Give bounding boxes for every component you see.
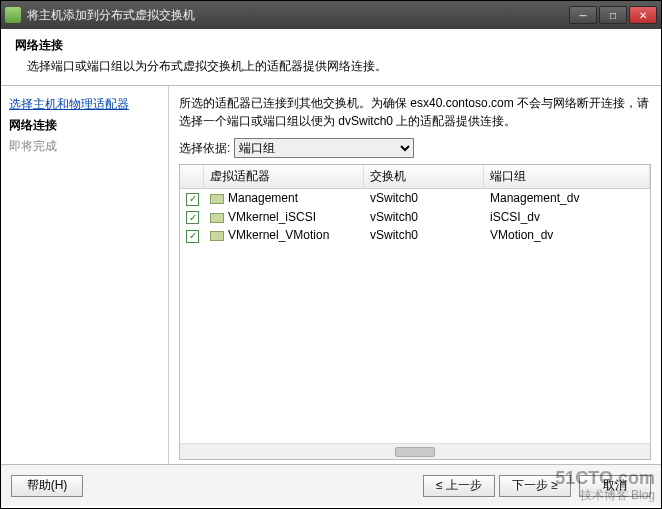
horizontal-scrollbar[interactable] <box>180 443 650 459</box>
table-row[interactable]: VMkernel_iSCSI vSwitch0 iSCSI_dv <box>180 208 650 227</box>
help-button[interactable]: 帮助(H) <box>11 475 83 497</box>
minimize-button[interactable]: ─ <box>569 6 597 24</box>
adapter-grid: 虚拟适配器 交换机 端口组 Management vSwitch0 Manage… <box>179 164 651 460</box>
next-button[interactable]: 下一步 ≥ <box>499 475 571 497</box>
row-checkbox[interactable] <box>186 230 199 243</box>
table-row[interactable]: VMkernel_VMotion vSwitch0 VMotion_dv <box>180 226 650 245</box>
grid-body: Management vSwitch0 Management_dv VMkern… <box>180 189 650 245</box>
nic-icon <box>210 213 224 223</box>
content-area: 所选的适配器已连接到其他交换机。为确保 esx40.contoso.com 不会… <box>169 86 661 464</box>
table-row[interactable]: Management vSwitch0 Management_dv <box>180 189 650 208</box>
window-buttons: ─ □ ✕ <box>569 6 657 24</box>
select-by-label: 选择依据: <box>179 141 230 155</box>
cancel-button[interactable]: 取消 <box>579 475 651 497</box>
step-select-host[interactable]: 选择主机和物理适配器 <box>9 96 160 113</box>
cell-portgroup: iSCSI_dv <box>484 209 650 225</box>
cell-adapter: VMkernel_iSCSI <box>228 210 316 224</box>
titlebar: 将主机添加到分布式虚拟交换机 ─ □ ✕ <box>1 1 661 29</box>
close-button[interactable]: ✕ <box>629 6 657 24</box>
select-by-row: 选择依据: 端口组 <box>179 138 651 158</box>
cell-switch: vSwitch0 <box>364 227 484 243</box>
cell-switch: vSwitch0 <box>364 209 484 225</box>
col-portgroup[interactable]: 端口组 <box>484 165 650 188</box>
wizard-header: 网络连接 选择端口或端口组以为分布式虚拟交换机上的适配器提供网络连接。 <box>1 29 661 86</box>
cell-switch: vSwitch0 <box>364 190 484 206</box>
wizard-footer: 帮助(H) ≤ 上一步 下一步 ≥ 取消 <box>1 464 661 506</box>
page-subtitle: 选择端口或端口组以为分布式虚拟交换机上的适配器提供网络连接。 <box>15 58 647 75</box>
cell-portgroup: Management_dv <box>484 190 650 206</box>
app-icon <box>5 7 21 23</box>
wizard-steps: 选择主机和物理适配器 网络连接 即将完成 <box>1 86 169 464</box>
page-title: 网络连接 <box>15 37 647 54</box>
grid-header: 虚拟适配器 交换机 端口组 <box>180 165 650 189</box>
cell-portgroup: VMotion_dv <box>484 227 650 243</box>
back-button[interactable]: ≤ 上一步 <box>423 475 495 497</box>
cell-adapter: Management <box>228 191 298 205</box>
step-ready-complete: 即将完成 <box>9 138 160 155</box>
nic-icon <box>210 231 224 241</box>
step-network-connection: 网络连接 <box>9 117 160 134</box>
row-checkbox[interactable] <box>186 193 199 206</box>
nic-icon <box>210 194 224 204</box>
window-title: 将主机添加到分布式虚拟交换机 <box>27 7 569 24</box>
col-checkbox <box>180 165 204 188</box>
col-adapter[interactable]: 虚拟适配器 <box>204 165 364 188</box>
row-checkbox[interactable] <box>186 211 199 224</box>
scrollbar-thumb[interactable] <box>395 447 435 457</box>
cell-adapter: VMkernel_VMotion <box>228 228 329 242</box>
select-by-dropdown[interactable]: 端口组 <box>234 138 414 158</box>
maximize-button[interactable]: □ <box>599 6 627 24</box>
info-text: 所选的适配器已连接到其他交换机。为确保 esx40.contoso.com 不会… <box>179 94 651 130</box>
col-switch[interactable]: 交换机 <box>364 165 484 188</box>
